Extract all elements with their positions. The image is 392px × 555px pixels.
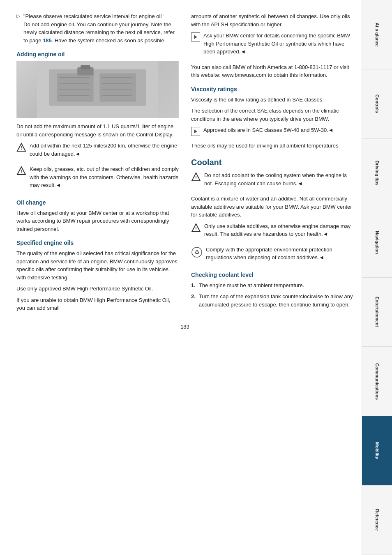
warning-coolant-hot: ! Do not add coolant to the cooling syst… xyxy=(191,171,353,191)
bullet-bold-text: "Please observe recalculated service int… xyxy=(23,13,164,19)
left-column: ▷ "Please observe recalculated service i… xyxy=(16,12,179,315)
sidebar-tab-mobility[interactable]: Mobility xyxy=(362,416,392,486)
svg-text:!: ! xyxy=(21,169,22,174)
max-oil-amount-text: Do not add the maximum amount of 1.1 US … xyxy=(16,122,179,138)
page-link-185[interactable]: 185 xyxy=(43,37,52,44)
page-number: 183 xyxy=(16,324,353,330)
warning-triangle-icon-4: ! xyxy=(191,223,201,233)
svg-text:!: ! xyxy=(21,145,22,150)
ambient-temperatures-text: These oils may be used for driving in al… xyxy=(191,142,353,150)
engine-diagram-svg xyxy=(17,61,178,118)
coolant-level-steps: 1. The engine must be at ambient tempera… xyxy=(191,281,353,309)
coolant-step-2: 2. Turn the cap of the expansion tank co… xyxy=(191,292,353,309)
sidebar-tab-navigation-label: Navigation xyxy=(375,231,380,254)
sidebar-tab-communications-label: Communications xyxy=(375,363,380,400)
warning-triangle-icon-3: ! xyxy=(191,172,201,182)
synthetic-oil-amounts-text: amounts of another synthetic oil between… xyxy=(191,12,353,28)
svg-rect-5 xyxy=(81,65,90,69)
sidebar-tab-reference-label: Reference xyxy=(375,509,380,531)
right-column: amounts of another synthetic oil between… xyxy=(191,12,353,315)
step-1-text: The engine must be at ambient temperatur… xyxy=(199,281,304,290)
sidebar-tab-entertainment-label: Entertainment xyxy=(375,297,380,327)
svg-marker-19 xyxy=(194,129,197,134)
main-content: ▷ "Please observe recalculated service i… xyxy=(0,0,362,555)
sidebar-tab-driving-tips-label: Driving tips xyxy=(375,161,380,186)
sidebar-tab-at-a-glance[interactable]: At a glance xyxy=(362,0,392,69)
svg-text:!: ! xyxy=(195,175,197,180)
sae-classes-note: Approved oils are in SAE classes 5W-40 a… xyxy=(191,126,353,138)
svg-rect-2 xyxy=(57,74,94,102)
coolant-step-1: 1. The engine must be at ambient tempera… xyxy=(191,281,353,290)
bmw-center-note: Ask your BMW center for details concerni… xyxy=(191,32,353,59)
viscosity-para1: Viscosity is the oil flow rating as defi… xyxy=(191,96,353,104)
bullet-arrow-icon: ▷ xyxy=(16,13,20,44)
engine-img-inner xyxy=(17,61,178,118)
right-sidebar: At a glance Controls Driving tips Naviga… xyxy=(362,0,392,555)
page-number-text: 183 xyxy=(180,324,189,330)
warning-coolant-additives: ! Only use suitable additives, as otherw… xyxy=(191,222,353,242)
step-1-num: 1. xyxy=(191,281,196,290)
warning-triangle-icon: ! xyxy=(16,143,26,152)
play-triangle-icon-2 xyxy=(193,129,198,134)
specified-engine-oils-title: Specified engine oils xyxy=(16,240,179,246)
svg-marker-18 xyxy=(194,35,197,39)
env-coolant-note-text: Comply with the appropriate environmenta… xyxy=(206,246,353,262)
play-icon-box xyxy=(191,32,200,41)
sidebar-tab-controls[interactable]: Controls xyxy=(362,69,392,139)
engine-oil-image xyxy=(16,61,179,118)
env-coolant-note: ♻ Comply with the appropriate environmen… xyxy=(191,246,353,265)
sidebar-tab-driving-tips[interactable]: Driving tips xyxy=(362,139,392,208)
checking-coolant-level-title: Checking coolant level xyxy=(191,272,353,278)
service-interval-bullet: ▷ "Please observe recalculated service i… xyxy=(16,12,179,44)
svg-text:♻: ♻ xyxy=(194,249,200,256)
play-icon-box-2 xyxy=(191,127,200,136)
viscosity-ratings-title: Viscosity ratings xyxy=(191,86,353,92)
step-2-text: Turn the cap of the expansion tank count… xyxy=(199,292,353,309)
warning-oil-distance-text: Add oil within the next 125 miles/200 km… xyxy=(30,142,179,158)
sae-classes-note-text: Approved oils are in SAE classes 5W-40 a… xyxy=(203,126,334,134)
bmw-north-america-text: You can also call BMW of North America a… xyxy=(191,63,353,79)
warning-oil-distance: ! Add oil within the next 125 miles/200 … xyxy=(16,142,179,161)
oil-change-text: Have oil changed only at your BMW center… xyxy=(16,209,179,233)
sidebar-tab-navigation[interactable]: Navigation xyxy=(362,208,392,278)
sidebar-tab-controls-label: Controls xyxy=(375,94,380,113)
service-interval-text: "Please observe recalculated service int… xyxy=(23,13,164,19)
viscosity-para2: The selection of the correct SAE class d… xyxy=(191,107,353,123)
specified-oils-para3: If you are unable to obtain BMW High Per… xyxy=(16,296,179,312)
svg-rect-3 xyxy=(99,74,136,102)
play-triangle-icon xyxy=(193,35,198,39)
recycling-icon: ♻ xyxy=(191,246,203,258)
sidebar-tab-entertainment[interactable]: Entertainment xyxy=(362,278,392,347)
coolant-para1: Coolant is a mixture of water and an add… xyxy=(191,195,353,219)
warning-oil-children: ! Keep oils, greases, etc. out of the re… xyxy=(16,165,179,193)
warning-triangle-icon-2: ! xyxy=(16,166,26,176)
coolant-title: Coolant xyxy=(191,158,353,167)
bmw-center-note-text: Ask your BMW center for details concerni… xyxy=(203,32,353,56)
svg-text:!: ! xyxy=(195,226,197,231)
adding-engine-oil-title: Adding engine oil xyxy=(16,51,179,58)
sidebar-tab-at-a-glance-label: At a glance xyxy=(375,23,380,47)
sidebar-tab-reference[interactable]: Reference xyxy=(362,486,392,555)
specified-oils-para1: The quality of the engine oil selected h… xyxy=(16,249,179,281)
warning-coolant-hot-text: Do not add coolant to the cooling system… xyxy=(204,171,353,187)
warning-oil-children-text: Keep oils, greases, etc. out of the reac… xyxy=(30,165,179,189)
sidebar-tab-communications[interactable]: Communications xyxy=(362,347,392,416)
bullet-normal-text: Do not add engine oil. You can continue … xyxy=(23,21,175,44)
warning-coolant-additives-text: Only use suitable additives, as otherwis… xyxy=(204,222,353,238)
oil-change-title: Oil change xyxy=(16,199,179,206)
step-2-num: 2. xyxy=(191,292,196,309)
specified-oils-para2: Use only approved BMW High Performance S… xyxy=(16,285,179,293)
sidebar-tab-mobility-label: Mobility xyxy=(375,442,380,459)
